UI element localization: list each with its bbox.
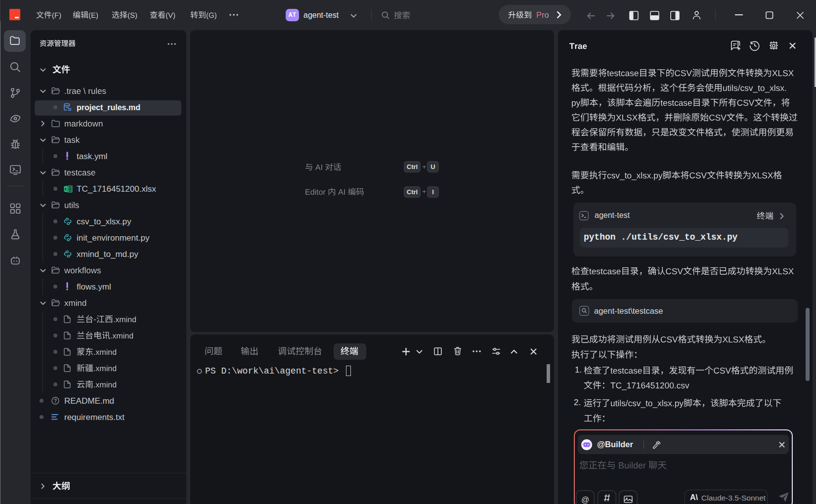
svg-text:@: @ [581, 496, 589, 504]
svg-text:?: ? [54, 398, 57, 404]
